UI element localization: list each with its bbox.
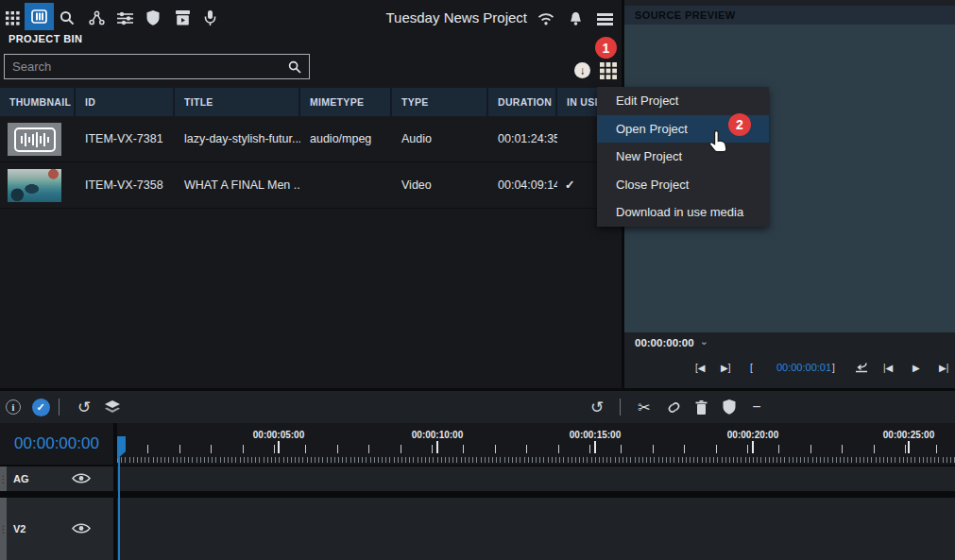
- mark-out-icon[interactable]: ]: [832, 353, 835, 382]
- download-arrow-icon: ↓: [580, 64, 586, 77]
- source-preview-title: SOURCE PREVIEW: [624, 9, 735, 21]
- notifications-bell-icon[interactable]: [564, 8, 587, 30]
- ruler-minor-ticks: [117, 445, 955, 453]
- mark-in-icon[interactable]: [: [750, 353, 753, 382]
- hamburger-menu-icon[interactable]: [593, 8, 616, 30]
- play-button[interactable]: ▶: [912, 353, 920, 382]
- cell-mimetype: audio/mpeg: [300, 116, 392, 162]
- unlink-icon[interactable]: [662, 396, 685, 418]
- preview-current-timecode[interactable]: 00:00:00:00: [624, 337, 694, 348]
- track-v2: ⋮ V2: [0, 498, 955, 560]
- zoom-out-minus-icon[interactable]: −: [745, 396, 768, 418]
- table-row-audio[interactable]: ITEM-VX-7381 lazy-day-stylish-futur... a…: [0, 116, 622, 162]
- cell-type: Video: [392, 162, 488, 209]
- cell-type: Audio: [392, 116, 488, 162]
- step-2-annotation: 2: [728, 113, 751, 136]
- table-row-video[interactable]: ITEM-VX-7358 WHAT A FINAL Men ... Video …: [0, 162, 622, 209]
- eye-visibility-icon[interactable]: [72, 472, 91, 485]
- cell-mimetype: [300, 162, 392, 209]
- workflow-icon[interactable]: [85, 7, 108, 29]
- info-icon[interactable]: i: [2, 396, 25, 418]
- cell-duration: 00:01:24:35: [488, 116, 557, 162]
- wifi-status-icon: [535, 8, 557, 30]
- project-menu-button[interactable]: [600, 62, 617, 79]
- menu-item-download-in-use-media[interactable]: Download in use media: [597, 198, 769, 227]
- cell-title: lazy-day-stylish-futur...: [175, 116, 300, 162]
- menu-item-edit-project[interactable]: Edit Project: [597, 87, 769, 115]
- ruler-label: 00:00:05:00: [253, 430, 304, 440]
- menu-item-close-project[interactable]: Close Project: [597, 171, 769, 199]
- drag-grip-icon[interactable]: ⋮: [0, 467, 7, 491]
- track-name: V2: [13, 523, 26, 535]
- cell-duration: 00:04:09:14: [488, 162, 557, 209]
- video-editor-app: Tuesday News Project PROJECT BIN ↓ THUMB…: [0, 0, 955, 560]
- search-input[interactable]: [5, 59, 288, 74]
- mark-timecode[interactable]: 00:00:00:01: [766, 353, 842, 382]
- ruler-label: 00:00:20:00: [727, 430, 778, 440]
- col-id[interactable]: ID: [76, 88, 175, 116]
- ruler-major-tick: [752, 441, 754, 453]
- ruler-major-tick: [594, 441, 596, 453]
- col-thumbnail[interactable]: THUMBNAIL: [0, 88, 76, 116]
- loop-icon[interactable]: [855, 353, 868, 382]
- search-box: [4, 54, 310, 79]
- settings-sliders-icon[interactable]: [113, 7, 136, 29]
- waveform-thumbnail[interactable]: [8, 123, 61, 156]
- undo-icon[interactable]: ↺: [73, 396, 95, 418]
- step-1-annotation: 1: [595, 37, 617, 59]
- menu-item-new-project[interactable]: New Project: [597, 143, 769, 171]
- ruler-major-tick: [278, 441, 280, 453]
- toolbar-divider: [620, 399, 621, 416]
- history-icon[interactable]: ↺: [586, 396, 608, 418]
- toolbar-divider: [59, 399, 60, 416]
- col-type[interactable]: TYPE: [392, 88, 488, 116]
- col-title[interactable]: TITLE: [175, 88, 300, 116]
- cell-id: ITEM-VX-7358: [76, 162, 175, 209]
- track-name: AG: [13, 473, 29, 484]
- shield-tool-icon[interactable]: [142, 7, 164, 29]
- playhead-line: [118, 457, 120, 560]
- col-duration[interactable]: DURATION: [488, 88, 557, 116]
- track-header-separator: [113, 423, 117, 560]
- goto-in-button[interactable]: [◀: [695, 353, 705, 382]
- ruler-label: 00:00:15:00: [570, 430, 621, 440]
- video-thumbnail[interactable]: [8, 169, 61, 202]
- magnifier-icon[interactable]: [288, 60, 309, 74]
- marker-shield-icon[interactable]: [718, 396, 741, 418]
- ruler-label: 00:00:25:00: [883, 430, 934, 440]
- cell-title: WHAT A FINAL Men ...: [175, 162, 300, 209]
- microphone-icon[interactable]: [198, 7, 221, 29]
- ruler-label: 00:00:10:00: [412, 430, 463, 440]
- eye-visibility-icon[interactable]: [72, 522, 91, 535]
- project-context-menu: Edit Project Open Project New Project Cl…: [597, 87, 769, 227]
- download-media-button[interactable]: ↓: [574, 62, 590, 78]
- col-mimetype[interactable]: MIMETYPE: [300, 88, 392, 116]
- drag-grip-icon[interactable]: ⋮: [0, 498, 7, 560]
- project-bin-tab[interactable]: [25, 3, 54, 30]
- track-ag-header[interactable]: ⋮ AG: [0, 467, 113, 491]
- trash-icon[interactable]: [690, 396, 712, 418]
- apps-grid-icon[interactable]: [1, 7, 24, 29]
- archive-media-icon[interactable]: [171, 7, 194, 29]
- search-tool-icon[interactable]: [56, 7, 78, 29]
- next-frame-button[interactable]: ▶|: [939, 353, 948, 382]
- cell-id: ITEM-VX-7381: [76, 116, 175, 162]
- layers-icon[interactable]: [101, 396, 124, 418]
- preview-timecode-bar: 00:00:00:00 ⌄: [624, 332, 955, 353]
- ruler-major-tick: [436, 441, 438, 453]
- timeline-current-timecode: 00:00:00:00: [0, 423, 113, 465]
- filmstrip-icon: [31, 9, 47, 24]
- track-v2-header[interactable]: ⋮ V2: [0, 498, 113, 560]
- chevron-down-icon[interactable]: ⌄: [700, 335, 708, 348]
- goto-out-button[interactable]: ▶]: [721, 353, 730, 382]
- cut-scissors-icon[interactable]: ✂: [633, 396, 656, 418]
- mouse-cursor-icon: [708, 130, 728, 155]
- track-ag: ⋮ AG: [0, 467, 955, 491]
- timeline-toolbar: i ✓ ↺ ↺ ✂ −: [0, 391, 955, 423]
- track-v2-lane[interactable]: [117, 498, 955, 560]
- ruler-fine-ticks: [117, 457, 955, 463]
- media-table-header: THUMBNAIL ID TITLE MIMETYPE TYPE DURATIO…: [0, 88, 622, 116]
- prev-frame-button[interactable]: |◀: [883, 353, 893, 382]
- track-ag-lane[interactable]: [117, 467, 955, 491]
- select-check-icon[interactable]: ✓: [29, 396, 52, 418]
